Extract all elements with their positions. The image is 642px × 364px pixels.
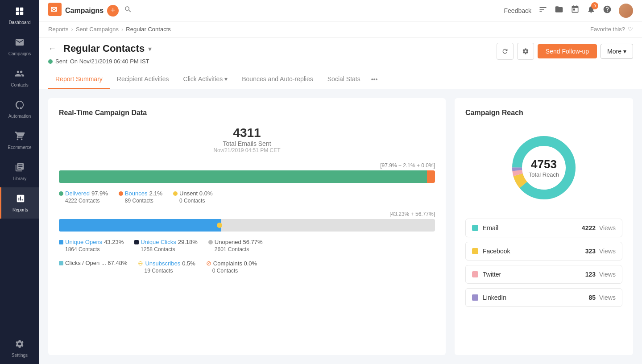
search-icon[interactable] xyxy=(124,5,132,16)
sidebar-item-dashboard[interactable]: Dashboard xyxy=(0,0,39,31)
sidebar-item-label: Contacts xyxy=(11,83,28,87)
twitter-color xyxy=(472,271,478,277)
svg-rect-0 xyxy=(16,8,19,11)
bar2-marker xyxy=(217,223,222,228)
sidebar-item-ecommerce[interactable]: Ecommerce xyxy=(0,125,39,156)
email-views: 4222 Views xyxy=(582,224,616,232)
breadcrumb-sep-2: › xyxy=(121,26,123,33)
favorite-label: Favorite this? xyxy=(590,26,625,33)
favorite-this[interactable]: Favorite this? ♡ xyxy=(590,26,633,33)
unsubscribes-pct: 0.5% xyxy=(182,260,195,267)
tab-bounces-autoreplies[interactable]: Bounces and Auto-replies xyxy=(235,70,320,89)
donut-center: 4753 Total Reach xyxy=(529,157,559,178)
unsubscribes-count: 19 Contacts xyxy=(138,268,195,274)
unique-clicks-dot xyxy=(134,240,139,244)
clicks-open-label: Clicks / Open ... 67.48% xyxy=(65,260,127,266)
unique-opens-dot xyxy=(59,240,63,244)
stat-unopened: Unopened 56.77% 2601 Contacts xyxy=(208,239,263,252)
send-followup-button[interactable]: Send Follow-up xyxy=(538,44,597,58)
campaign-reach-card: Campaign Reach xyxy=(455,98,633,355)
tab-recipient-activities[interactable]: Recipient Activities xyxy=(110,70,176,89)
notification-badge: 9 xyxy=(591,2,598,9)
donut-total: 4753 xyxy=(529,157,559,171)
linkedin-color xyxy=(472,294,478,301)
more-button[interactable]: More ▾ xyxy=(601,44,633,59)
breadcrumb-sent-campaigns[interactable]: Sent Campaigns xyxy=(76,26,119,33)
delivered-link[interactable]: Delivered xyxy=(65,190,90,197)
add-button[interactable]: + xyxy=(107,5,119,17)
tab-social-stats[interactable]: Social Stats xyxy=(320,70,368,89)
unique-opens-count: 1864 Contacts xyxy=(59,246,124,252)
tab-click-activities[interactable]: Click Activities ▾ xyxy=(176,70,235,89)
sidebar-item-settings[interactable]: Settings xyxy=(0,333,39,364)
feedback-link[interactable]: Feedback xyxy=(504,7,531,14)
sidebar-item-campaigns[interactable]: Campaigns xyxy=(0,31,39,62)
total-emails-label: Total Emails Sent xyxy=(59,140,435,147)
stat-unique-opens: Unique Opens 43.23% 1864 Contacts xyxy=(59,239,124,252)
unique-clicks-link[interactable]: Unique Clicks xyxy=(141,239,176,245)
delivered-count: 4222 Contacts xyxy=(59,198,108,204)
settings-icon xyxy=(15,339,25,351)
folder-icon[interactable] xyxy=(555,5,563,16)
twitter-views-num: 123 xyxy=(585,271,596,278)
settings-button[interactable] xyxy=(517,43,534,60)
bounces-link[interactable]: Bounces xyxy=(125,190,148,197)
app-logo-icon: ✉ xyxy=(48,3,62,19)
filter-icon[interactable] xyxy=(538,5,547,16)
sidebar-item-label: Ecommerce xyxy=(8,145,31,150)
svg-rect-1 xyxy=(20,8,23,11)
twitter-views-label: Views xyxy=(599,271,616,278)
delivered-pct: 97.9% xyxy=(91,190,108,197)
reach-twitter: Twitter 123 Views xyxy=(465,265,622,284)
bar1-label: [97.9% + 2.1% + 0.0%] xyxy=(59,162,435,169)
unsubscribes-link[interactable]: Unsubscribes xyxy=(145,260,180,267)
linkedin-views-num: 85 xyxy=(588,294,596,301)
facebook-views-label: Views xyxy=(599,248,616,255)
sidebar-item-reports[interactable]: Reports xyxy=(0,187,39,219)
stats-row-3: Clicks / Open ... 67.48% ⊖ Unsubscribes … xyxy=(59,260,435,274)
avatar[interactable] xyxy=(619,4,633,18)
sidebar-settings: Settings xyxy=(0,333,39,364)
complaints-label: Complaints 0.0% xyxy=(213,260,257,267)
sidebar-item-automation[interactable]: Automation xyxy=(0,94,39,125)
content-area: Real-Time Campaign Data 4311 Total Email… xyxy=(39,89,642,364)
unique-opens-pct: 43.23% xyxy=(104,239,124,245)
refresh-button[interactable] xyxy=(497,43,514,60)
svg-rect-2 xyxy=(16,12,19,15)
facebook-views: 323 Views xyxy=(585,248,616,255)
notification-icon[interactable]: 9 xyxy=(587,5,596,16)
topbar-right: Feedback 9 xyxy=(504,4,633,18)
more-chevron-icon: ▾ xyxy=(623,48,626,55)
back-button[interactable]: ← xyxy=(48,44,56,54)
bounces-dot xyxy=(119,191,123,196)
unsent-dot xyxy=(173,191,178,196)
sent-label: Sent xyxy=(55,58,67,65)
twitter-label: Twitter xyxy=(483,271,585,278)
help-icon[interactable] xyxy=(603,5,612,16)
email-views-num: 4222 xyxy=(582,224,596,232)
calendar-icon[interactable] xyxy=(571,5,580,16)
reach-linkedin: LinkedIn 85 Views xyxy=(465,288,622,307)
facebook-views-num: 323 xyxy=(585,248,596,255)
tab-more-icon[interactable]: ••• xyxy=(368,70,381,88)
unopened-label-pct: Unopened 56.77% xyxy=(215,239,263,245)
sidebar-item-label: Automation xyxy=(8,114,31,119)
app-name: Campaigns xyxy=(65,7,104,15)
bar1-bounces xyxy=(427,170,435,183)
bar1 xyxy=(59,170,435,183)
breadcrumb: Reports › Sent Campaigns › Regular Conta… xyxy=(48,26,171,33)
breadcrumb-reports[interactable]: Reports xyxy=(48,26,69,33)
more-label: More xyxy=(607,48,621,55)
bar2-label: [43.23% + 56.77%] xyxy=(59,211,435,217)
tab-report-summary[interactable]: Report Summary xyxy=(48,70,110,89)
ecommerce-icon xyxy=(15,131,25,143)
stat-unique-clicks: Unique Clicks 29.18% 1258 Contacts xyxy=(134,239,198,252)
title-chevron-icon[interactable]: ▾ xyxy=(148,45,152,53)
sidebar-item-contacts[interactable]: Contacts xyxy=(0,62,39,94)
sidebar-item-library[interactable]: Library xyxy=(0,156,39,187)
unique-clicks-count: 1258 Contacts xyxy=(134,246,198,252)
total-emails-stat: 4311 Total Emails Sent Nov/21/2019 04:51… xyxy=(59,126,435,153)
unique-opens-link[interactable]: Unique Opens xyxy=(65,239,102,245)
sidebar-item-label: Settings xyxy=(12,353,28,358)
facebook-label: Facebook xyxy=(483,248,585,255)
